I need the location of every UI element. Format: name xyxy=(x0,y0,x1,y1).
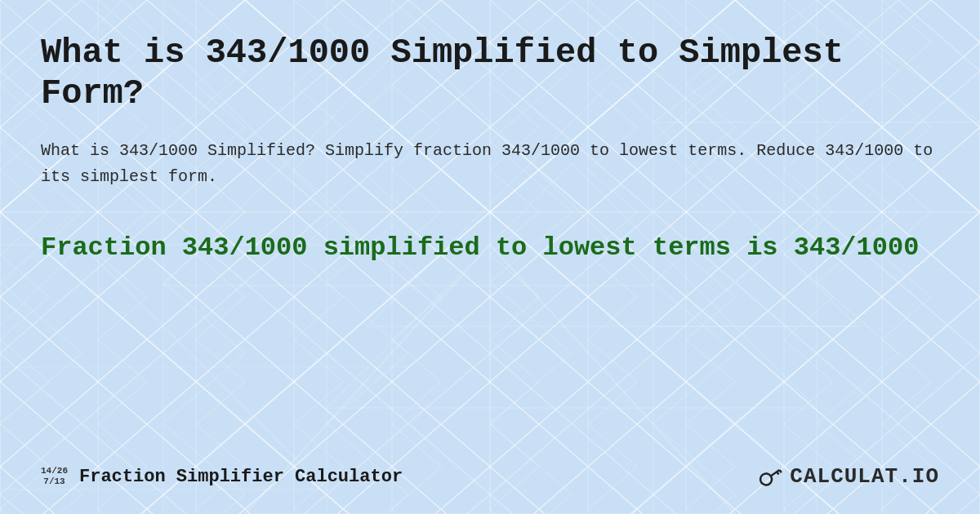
svg-point-24 xyxy=(759,472,774,487)
fraction-bottom: 7/13 xyxy=(43,476,65,487)
description-text: What is 343/1000 Simplified? Simplify fr… xyxy=(41,138,939,190)
result-section: Fraction 343/1000 simplified to lowest t… xyxy=(41,231,939,447)
footer-title: Fraction Simplifier Calculator xyxy=(79,467,403,487)
fraction-top: 14/26 xyxy=(41,466,68,476)
svg-line-26 xyxy=(777,472,779,474)
logo-area: CALCULAT.IO xyxy=(757,463,939,490)
logo-text: CALCULAT.IO xyxy=(790,464,939,489)
page-title: What is 343/1000 Simplified to Simplest … xyxy=(41,33,939,115)
svg-line-27 xyxy=(780,470,782,472)
footer-fraction: 14/26 7/13 xyxy=(41,466,68,487)
key-icon xyxy=(752,459,789,495)
footer: 14/26 7/13 Fraction Simplifier Calculato… xyxy=(41,447,939,490)
result-text: Fraction 343/1000 simplified to lowest t… xyxy=(41,231,939,265)
